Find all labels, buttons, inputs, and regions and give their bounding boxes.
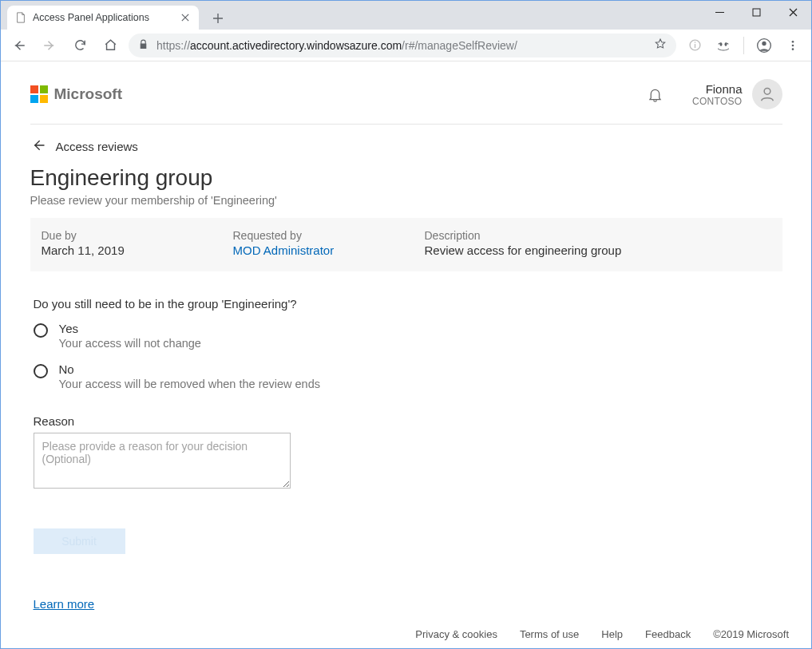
browser-tabstrip: Access Panel Applications	[1, 1, 811, 30]
svg-rect-2	[694, 44, 695, 48]
url-text: https://account.activedirectory.windowsa…	[156, 39, 646, 52]
address-bar[interactable]: https://account.activedirectory.windowsa…	[129, 34, 676, 57]
reload-button[interactable]	[68, 34, 92, 57]
microsoft-logo[interactable]: Microsoft	[30, 85, 123, 103]
learn-more-link[interactable]: Learn more	[34, 597, 95, 611]
profile-button[interactable]	[752, 34, 776, 57]
option-yes-hint: Your access will not change	[59, 337, 201, 350]
svg-point-8	[792, 41, 794, 43]
breadcrumb-label: Access reviews	[56, 140, 138, 153]
forward-button[interactable]	[38, 34, 61, 57]
description-label: Description	[425, 229, 771, 242]
site-header: Microsoft Fionna CONTOSO	[30, 61, 782, 125]
question-text: Do you still need to be in the group 'En…	[34, 297, 782, 311]
footer-feedback-link[interactable]: Feedback	[645, 628, 691, 640]
new-tab-button[interactable]	[207, 7, 229, 30]
lock-icon	[138, 39, 149, 52]
svg-point-11	[764, 88, 770, 94]
svg-rect-0	[753, 9, 760, 16]
option-no-label: No	[59, 362, 321, 376]
window-close-button[interactable]	[774, 1, 811, 23]
page-icon	[15, 12, 26, 23]
browser-toolbar: https://account.activedirectory.windowsa…	[1, 30, 811, 61]
breadcrumb[interactable]: Access reviews	[30, 125, 782, 160]
user-menu[interactable]: Fionna CONTOSO	[692, 79, 782, 109]
page-title: Engineering group	[30, 165, 782, 191]
requested-by-label: Requested by	[233, 229, 393, 242]
site-footer: Privacy & cookies Terms of use Help Feed…	[415, 628, 789, 640]
svg-point-7	[762, 41, 766, 45]
divider	[743, 37, 744, 54]
star-icon[interactable]	[654, 38, 667, 53]
extension-icon-2[interactable]	[711, 34, 735, 57]
microsoft-logo-icon	[30, 85, 48, 103]
reason-input[interactable]	[34, 433, 291, 489]
page-scroll[interactable]: Microsoft Fionna CONTOSO	[1, 61, 811, 648]
reason-label: Reason	[34, 414, 782, 428]
footer-terms-link[interactable]: Terms of use	[520, 628, 579, 640]
radio-icon	[34, 364, 48, 378]
submit-button[interactable]: Submit	[34, 528, 125, 554]
avatar	[752, 79, 782, 109]
option-no-hint: Your access will be removed when the rev…	[59, 378, 321, 390]
footer-help-link[interactable]: Help	[601, 628, 623, 640]
footer-copyright: ©2019 Microsoft	[713, 628, 789, 640]
back-arrow-icon	[30, 137, 46, 156]
option-yes[interactable]: Yes Your access will not change	[34, 322, 782, 350]
review-info: Due by March 11, 2019 Requested by MOD A…	[30, 218, 782, 271]
menu-button[interactable]	[781, 34, 805, 57]
radio-icon	[34, 323, 48, 338]
toolbar-right	[683, 34, 805, 57]
description-value: Review access for engineering group	[425, 243, 771, 257]
tab-title: Access Panel Applications	[33, 12, 149, 23]
svg-rect-3	[694, 42, 695, 42]
window-minimize-button[interactable]	[701, 1, 738, 23]
extension-icon[interactable]	[683, 34, 707, 57]
user-org: CONTOSO	[692, 96, 743, 107]
back-button[interactable]	[7, 34, 31, 57]
brand-name: Microsoft	[54, 85, 123, 103]
home-button[interactable]	[98, 34, 122, 57]
browser-tab-active[interactable]: Access Panel Applications	[7, 6, 199, 30]
due-by-value: March 11, 2019	[42, 243, 201, 257]
footer-privacy-link[interactable]: Privacy & cookies	[415, 628, 497, 640]
user-name: Fionna	[706, 82, 743, 96]
requested-by-link[interactable]: MOD Administrator	[233, 243, 393, 257]
notifications-button[interactable]	[641, 80, 670, 109]
svg-point-9	[792, 44, 794, 46]
window-controls	[701, 1, 811, 23]
option-yes-label: Yes	[59, 322, 201, 335]
due-by-label: Due by	[42, 229, 201, 242]
svg-point-10	[792, 48, 794, 50]
tab-close-button[interactable]	[180, 12, 191, 23]
window-maximize-button[interactable]	[738, 1, 774, 23]
page-subtitle: Please review your membership of 'Engine…	[30, 194, 782, 207]
option-no[interactable]: No Your access will be removed when the …	[34, 362, 782, 390]
